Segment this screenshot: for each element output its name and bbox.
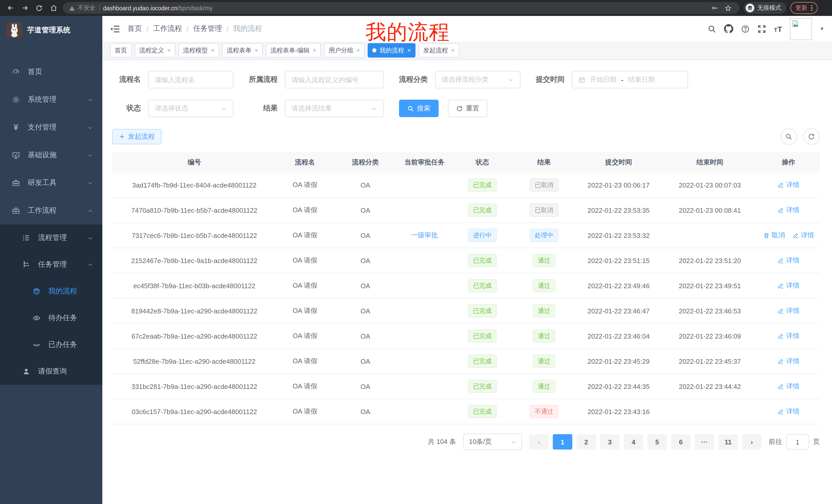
search-button[interactable]: 搜索 [399, 100, 439, 117]
security-warning[interactable]: 不安全 [69, 4, 95, 12]
sidebar-item-devtools[interactable]: 研发工具 [0, 169, 102, 197]
goto-page-input[interactable] [786, 434, 809, 450]
sidebar-item-payment[interactable]: ¥支付管理 [0, 114, 102, 141]
breadcrumb-item[interactable]: 任务管理 [193, 24, 222, 33]
github-icon[interactable] [724, 24, 733, 33]
more-pages-button[interactable]: ··· [695, 434, 714, 450]
address-bar[interactable]: 不安全 dashboard.yudao.iocoder.cn/bpm/task/… [63, 2, 739, 14]
table-row: 331bc281-7b9a-11ec-a290-acde48001122OA 请… [112, 374, 820, 399]
page-button[interactable]: 11 [718, 434, 738, 450]
page-button[interactable]: 2 [576, 434, 596, 450]
detail-action[interactable]: 详情 [778, 357, 800, 366]
browser-menu-icon[interactable] [811, 5, 812, 11]
close-icon[interactable]: × [211, 47, 214, 54]
tab-process-model[interactable]: 流程模型× [178, 43, 219, 58]
result-select[interactable]: 请选择流结果 [285, 100, 384, 117]
category-select[interactable]: 请选择流程分类 [435, 71, 520, 88]
detail-action[interactable]: 详情 [778, 306, 800, 315]
actions-cell: 详情 [757, 331, 820, 341]
page-size-select[interactable]: 10条/页 [463, 433, 522, 450]
close-icon[interactable]: × [356, 47, 360, 54]
close-icon[interactable]: × [407, 47, 411, 54]
next-page-button[interactable]: › [742, 434, 761, 450]
status-cell: 已完成 [451, 380, 513, 393]
font-size-icon[interactable]: TT [774, 24, 782, 33]
status-cell: 已完成 [451, 178, 513, 192]
tab-process-form[interactable]: 流程表单× [222, 43, 263, 58]
page-button[interactable]: 5 [647, 434, 667, 450]
reset-button[interactable]: 重置 [448, 100, 488, 117]
sidebar-item-process-mgmt[interactable]: 流程管理 [0, 225, 102, 251]
sidebar-item-home[interactable]: 首页 [0, 58, 102, 86]
detail-action[interactable]: 详情 [778, 256, 800, 265]
sidebar-item-task-mgmt[interactable]: 任务管理 [0, 251, 102, 278]
sidebar-item-leave-query[interactable]: 请假查询 [0, 358, 102, 385]
page-button[interactable]: 3 [600, 434, 620, 450]
sidebar-item-system[interactable]: 系统管理 [0, 86, 102, 114]
fullscreen-icon[interactable] [757, 24, 766, 33]
filter-category-label: 流程分类 [399, 75, 428, 84]
sidebar-item-label: 我的流程 [48, 287, 77, 296]
submit-time-range[interactable]: 开始日期 - 结束日期 [572, 71, 688, 88]
detail-action[interactable]: 详情 [792, 231, 814, 240]
bookmark-star-icon[interactable] [723, 3, 733, 13]
detail-action[interactable]: 详情 [778, 407, 800, 416]
help-icon[interactable] [741, 24, 750, 33]
result-cell: 通过 [513, 355, 575, 368]
cancel-action[interactable]: 取消 [763, 231, 785, 240]
page-button[interactable]: 4 [624, 434, 643, 450]
tab-label: 用户分组 [329, 46, 353, 55]
submit-time-cell: 2022-01-22 23:46:04 [575, 332, 662, 340]
create-process-button[interactable]: 发起流程 [112, 129, 161, 144]
close-icon[interactable]: × [313, 47, 316, 54]
password-key-icon[interactable] [709, 3, 719, 13]
sidebar-toggle-icon[interactable] [110, 24, 120, 33]
breadcrumb-item[interactable]: 首页 [128, 24, 142, 33]
sidebar-item-my-process[interactable]: 我的流程 [0, 278, 102, 305]
sidebar-item-label: 支付管理 [28, 123, 57, 132]
close-icon[interactable]: × [167, 47, 171, 54]
table-search-button[interactable] [781, 129, 797, 145]
browser-update-button[interactable]: 更新 [790, 2, 817, 14]
id-cell: 331bc281-7b9a-11ec-a290-acde48001122 [112, 383, 277, 390]
status-select[interactable]: 请选择状态 [148, 100, 233, 117]
detail-action[interactable]: 详情 [778, 331, 800, 341]
page-button[interactable]: 6 [671, 434, 691, 450]
tab-process-form-edit[interactable]: 流程表单-编辑× [266, 43, 321, 58]
browser-reload-icon[interactable] [34, 3, 44, 13]
table-refresh-button[interactable] [803, 129, 820, 145]
detail-action[interactable]: 详情 [778, 281, 800, 290]
sidebar-item-todo-tasks[interactable]: 待办任务 [0, 305, 102, 331]
tab-process-def[interactable]: 流程定义× [135, 43, 175, 58]
avatar[interactable] [790, 18, 812, 40]
tab-user-group[interactable]: 用户分组× [324, 43, 365, 58]
toolbox-icon [11, 179, 21, 187]
process-name-input[interactable] [148, 71, 233, 88]
task-link[interactable]: 一级审批 [411, 231, 438, 239]
prev-page-button[interactable]: ‹ [529, 434, 549, 450]
sidebar-item-infra[interactable]: 基础设施 [0, 141, 102, 169]
breadcrumb-item[interactable]: 工作流程 [153, 24, 182, 33]
table-row: 3ad174fb-7b9d-11ec-8404-acde48001122OA 请… [112, 173, 820, 198]
browser-back-icon[interactable] [5, 3, 16, 13]
close-icon[interactable]: × [255, 47, 258, 54]
header-search-icon[interactable] [707, 24, 716, 33]
detail-action[interactable]: 详情 [778, 382, 800, 391]
sidebar-item-label: 工作流程 [28, 206, 57, 215]
browser-home-icon[interactable] [48, 3, 59, 13]
end-date-placeholder[interactable]: 结束日期 [628, 75, 655, 84]
browser-forward-icon[interactable] [20, 3, 30, 13]
detail-action[interactable]: 详情 [778, 180, 800, 190]
process-definition-input[interactable] [285, 71, 384, 88]
sidebar-item-workflow[interactable]: 工作流程 [0, 197, 102, 225]
close-icon[interactable]: × [451, 47, 454, 54]
chevron-down-icon [87, 97, 93, 103]
process-table: 编号流程名流程分类当前审批任务状态结果提交时间结束时间操作 3ad174fb-7… [112, 152, 820, 424]
detail-action[interactable]: 详情 [778, 205, 800, 215]
page-button[interactable]: 1 [553, 434, 572, 450]
sidebar-item-done-tasks[interactable]: 已办任务 [0, 331, 102, 358]
start-date-placeholder[interactable]: 开始日期 [590, 75, 617, 84]
annotation-text: 我的流程 [366, 18, 450, 46]
avatar-caret-icon[interactable]: ▼ [820, 26, 824, 31]
tab-home[interactable]: 首页 [110, 43, 132, 58]
